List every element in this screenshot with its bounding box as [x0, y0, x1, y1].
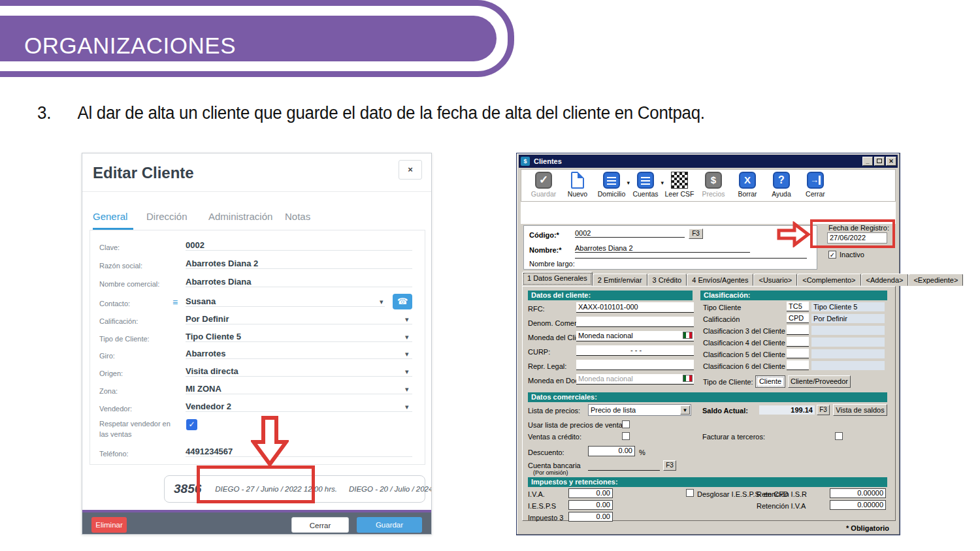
inactivo-checkbox[interactable]: ✓ — [828, 251, 836, 259]
cuenta-f3-button[interactable]: F3 — [663, 460, 676, 471]
facturar-terceros-checkbox[interactable] — [835, 432, 843, 440]
field-origen[interactable]: Visita directa — [186, 366, 412, 377]
close-button[interactable]: × — [399, 160, 422, 180]
usar-lista-label: Usar lista de precios de venta: — [528, 421, 625, 429]
save-button[interactable]: Guardar — [357, 517, 422, 533]
toolbar-nuevo[interactable]: Nuevo — [561, 172, 595, 198]
chevron-down-icon[interactable]: ▾ — [405, 385, 409, 394]
clasif-code-input[interactable] — [787, 337, 809, 347]
clasif-desc: Por Definir — [811, 314, 885, 323]
nombre-largo-input[interactable] — [575, 258, 807, 259]
impuesto3-input[interactable]: 0.00 — [568, 512, 613, 522]
call-button[interactable]: ☎ — [393, 294, 412, 309]
delete-button[interactable]: Eliminar — [91, 517, 127, 533]
curp-label: CURP: — [528, 348, 550, 356]
section-header: Datos del cliente: — [528, 291, 693, 300]
cliente-toggle-button[interactable]: Cliente — [755, 375, 785, 388]
cancel-button[interactable]: Cerrar — [291, 517, 349, 533]
ventas-credito-checkbox[interactable] — [622, 432, 630, 440]
retencion-isr-input[interactable]: 0.00000 — [830, 488, 886, 498]
field-tipo-cliente[interactable]: Tipo Cliente 5 — [186, 332, 412, 342]
codigo-f3-button[interactable]: F3 — [689, 228, 703, 239]
toolbar-domicilio[interactable]: ▾ Domicilio — [595, 172, 629, 198]
denom-input[interactable] — [576, 317, 694, 327]
phone-icon: ☎ — [397, 296, 408, 306]
chevron-down-icon[interactable]: ▾ — [405, 350, 409, 358]
toolbar-cerrar[interactable]: → Cerrar — [798, 172, 832, 198]
rfc-input[interactable]: XAXX-010101-000 — [576, 302, 694, 313]
toolbar-precios[interactable]: $ Precios — [696, 172, 730, 198]
saldo-f3-button[interactable]: F3 — [817, 405, 830, 415]
field-telefono[interactable]: 4491234567 — [186, 447, 412, 457]
exit-door-icon: → — [807, 172, 824, 189]
field-clave[interactable]: 0002 — [186, 240, 412, 251]
tab-addenda[interactable]: <Addenda> — [861, 274, 909, 286]
codigo-input[interactable]: 0002 — [575, 229, 685, 238]
toolbar-borrar[interactable]: X Borrar — [730, 172, 764, 198]
field-label: Tipo de Cliente: — [99, 335, 150, 343]
tab-datos-generales[interactable]: 1 Datos Generales — [522, 272, 593, 286]
ieps-input[interactable]: 0.00 — [568, 500, 613, 510]
tab-emitir-enviar[interactable]: 2 Emtir/enviar — [593, 274, 647, 286]
field-contacto[interactable]: Susana — [186, 296, 385, 307]
chevron-down-icon[interactable]: ▾ — [380, 298, 384, 306]
clasif-code-input[interactable] — [787, 349, 809, 358]
fecha-registro-input[interactable]: 27/06/2022 — [827, 232, 887, 244]
moneda-cliente-input[interactable]: Moneda nacional — [576, 331, 694, 341]
field-razon-social[interactable]: Abarrotes Diana 2 — [186, 259, 412, 269]
maximize-button[interactable] — [874, 157, 885, 166]
section-header: Clasificación: — [700, 291, 887, 300]
clasif-code-input[interactable] — [787, 325, 809, 335]
minimize-button[interactable]: _ — [862, 157, 873, 166]
hamburger-icon[interactable]: ≡ — [172, 297, 178, 307]
clasif-code-input[interactable] — [787, 360, 809, 370]
respetar-vendedor-checkbox[interactable]: ✓ — [186, 419, 197, 430]
clasif-code-input[interactable]: TC5 — [787, 302, 809, 311]
descuento-input[interactable]: 0.00 — [588, 446, 635, 456]
field-zona[interactable]: MI ZONA — [186, 384, 412, 394]
desglosar-checkbox[interactable] — [686, 489, 694, 497]
retencion-iva-input[interactable]: 0.00000 — [830, 500, 886, 510]
chevron-down-icon[interactable]: ▾ — [405, 368, 409, 376]
field-calificacion[interactable]: Por Definir — [186, 314, 412, 324]
field-label: Vendedor: — [99, 405, 132, 413]
moneda-doctos-input[interactable]: Moneda nacional — [576, 374, 694, 385]
lista-precios-combo[interactable]: Precio de lista ▼ — [588, 404, 691, 416]
clasif-code-input[interactable]: CPD — [787, 313, 809, 323]
tab-expediente[interactable]: <Expediente> — [908, 274, 963, 286]
iva-input[interactable]: 0.00 — [568, 488, 613, 498]
repr-legal-input[interactable] — [576, 360, 694, 370]
tab-direccion[interactable]: Dirección — [146, 211, 188, 222]
vista-saldos-button[interactable]: Vista de saldos — [833, 404, 887, 416]
nombre-input[interactable]: Abarrotes Diana 2 — [575, 244, 750, 253]
red-highlight-rect — [197, 465, 315, 503]
retencion-iva-label: Retención I.V.A — [757, 502, 806, 510]
cuenta-bancaria-input[interactable] — [588, 462, 660, 471]
toolbar-cuentas[interactable]: ▾ Cuentas — [629, 172, 662, 198]
tab-envios-agentes[interactable]: 4 Envíos/Agentes — [687, 274, 753, 286]
qr-code-icon — [671, 172, 688, 189]
curp-input[interactable]: - - - — [576, 345, 694, 356]
combo-arrow-icon[interactable]: ▼ — [680, 405, 690, 415]
chevron-down-icon[interactable]: ▾ — [405, 315, 409, 324]
field-vendedor[interactable]: Vendedor 2 — [186, 401, 412, 412]
iva-label: I.V.A. — [528, 490, 545, 498]
chevron-down-icon[interactable]: ▾ — [405, 403, 409, 411]
chevron-down-icon[interactable]: ▾ — [405, 333, 409, 341]
field-giro[interactable]: Abarrotes — [186, 349, 412, 359]
tab-complemento[interactable]: <Complemento> — [797, 274, 860, 286]
clasif-desc — [811, 338, 885, 347]
tab-credito[interactable]: 3 Crédito — [647, 274, 687, 286]
obligatorio-note: * Obligatorio — [846, 524, 889, 532]
tab-administracion[interactable]: Administración — [208, 211, 272, 222]
toolbar-ayuda[interactable]: ? Ayuda — [764, 172, 798, 198]
tab-notas[interactable]: Notas — [285, 211, 310, 222]
usar-lista-checkbox[interactable] — [622, 420, 630, 428]
field-nombre-comercial[interactable]: Abarrotes Diana — [186, 277, 412, 287]
tab-general[interactable]: General — [93, 211, 127, 222]
toolbar-leer-csf[interactable]: Leer CSF — [662, 172, 696, 198]
tab-usuario[interactable]: <Usuario> — [753, 274, 797, 286]
toolbar-guardar[interactable]: ✓ Guardar — [527, 172, 561, 198]
close-window-button[interactable]: ✕ — [886, 157, 896, 166]
cliente-proveedor-toggle-button[interactable]: Cliente/Proveedor — [788, 375, 851, 388]
